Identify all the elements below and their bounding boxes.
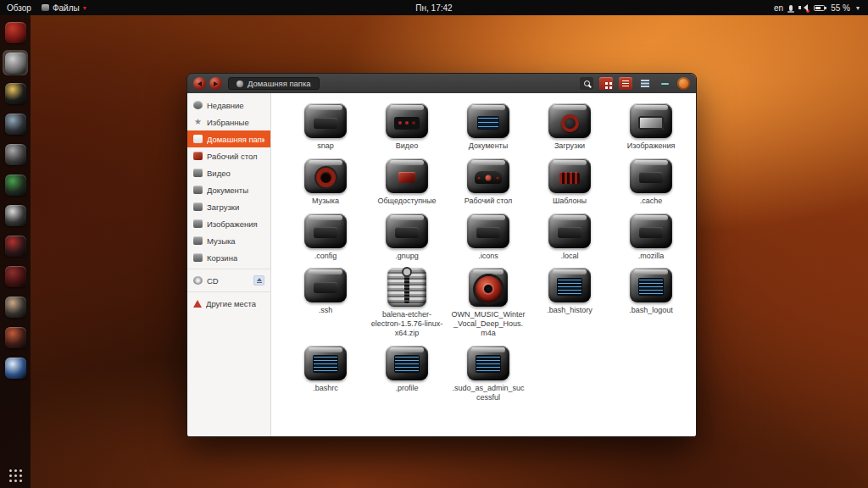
sidebar-item-disc[interactable]: CD: [187, 272, 270, 289]
sidebar-item-label: Музыка: [207, 236, 236, 246]
dock-icon-image-viewer[interactable]: [3, 141, 28, 167]
sidebar-devices-group: CD: [187, 272, 270, 289]
videos-icon: [193, 169, 203, 177]
clock[interactable]: Пн, 17:42: [415, 3, 452, 13]
file-icon-glyph: [561, 114, 579, 132]
file-label: .profile: [395, 384, 418, 393]
system-menu-caret[interactable]: ▾: [856, 4, 860, 12]
sidebar-item-desktop[interactable]: Рабочий стол: [187, 147, 270, 164]
file-item-.mozilla[interactable]: .mozilla: [610, 214, 692, 261]
file-label: .gnupg: [395, 252, 419, 261]
file-item-Рабочий стол[interactable]: Рабочий стол: [448, 158, 529, 206]
sidebar-item-trash[interactable]: Корзина: [187, 249, 270, 266]
grid-view-icon: [605, 82, 608, 85]
dock-app-icon: [5, 175, 26, 196]
volume-icon[interactable]: [798, 4, 808, 12]
file-item-OWN_MUSIC_Winter_Vocal_Deep_Hous.m4a[interactable]: OWN_MUSIC_Winter_Vocal_Deep_Hous.m4a: [448, 268, 529, 337]
file-icon-glyph: [314, 227, 337, 238]
dock-app-icon: [5, 83, 26, 104]
view-options-button[interactable]: [619, 77, 632, 90]
sidebar-item-videos[interactable]: Видео: [187, 164, 270, 181]
dock-app-icon: [5, 327, 26, 348]
file-item-.local[interactable]: .local: [529, 214, 610, 261]
minimize-icon: [661, 83, 669, 85]
keyboard-indicator[interactable]: en: [774, 3, 783, 13]
eject-button[interactable]: [253, 275, 264, 286]
file-icon-glyph: [476, 227, 500, 238]
downloads-icon: [193, 202, 203, 211]
search-button[interactable]: [580, 77, 593, 90]
file-item-Общедоступные[interactable]: Общедоступные: [366, 158, 448, 206]
file-icon: [630, 158, 672, 193]
file-item-Документы[interactable]: Документы: [448, 103, 529, 151]
file-item-Музыка[interactable]: Музыка: [285, 158, 366, 206]
file-item-Шаблоны[interactable]: Шаблоны: [529, 158, 610, 206]
view-grid-button[interactable]: [599, 77, 613, 90]
dock-icon-camera[interactable]: [3, 324, 28, 350]
file-item-.cache[interactable]: .cache: [610, 158, 692, 206]
file-item-.bash_logout[interactable]: .bash_logout: [610, 268, 692, 315]
path-bar[interactable]: Домашняя папка: [228, 77, 320, 90]
show-applications-button[interactable]: [8, 469, 23, 483]
file-item-Видео[interactable]: Видео: [366, 103, 448, 151]
file-item-Загрузки[interactable]: Загрузки: [529, 103, 610, 151]
file-item-.ssh[interactable]: .ssh: [285, 268, 366, 315]
file-item-balena-etcher-electron-1.5.76-linux-x64.zip[interactable]: balena-etcher-electron-1.5.76-linux-x64.…: [366, 268, 448, 337]
dock-icon-browser[interactable]: [3, 19, 28, 45]
menu-button[interactable]: [638, 77, 652, 90]
file-icon: [548, 214, 591, 248]
file-icon: [548, 268, 591, 302]
file-item-snap[interactable]: snap: [285, 103, 366, 151]
file-item-Изображения[interactable]: Изображения: [610, 103, 692, 151]
app-menu[interactable]: Файлы ▾: [42, 3, 86, 13]
file-label: Видео: [396, 141, 418, 151]
battery-percent: 55 %: [831, 3, 850, 13]
file-icon: [386, 158, 428, 193]
file-icon-glyph: [313, 355, 338, 373]
sidebar-item-pictures[interactable]: Изображения: [187, 215, 270, 232]
file-browser-area: snap Видео Документы Загрузки Изображени…: [271, 93, 696, 436]
file-item-.gnupg[interactable]: .gnupg: [366, 214, 448, 261]
dock-icon-gimp[interactable]: [3, 263, 28, 289]
dock-icon-terminal[interactable]: [3, 111, 28, 136]
file-icon: [467, 346, 509, 380]
file-item-.bashrc[interactable]: .bashrc: [285, 346, 366, 393]
disc-icon: [193, 276, 203, 285]
minimize-button[interactable]: [658, 77, 671, 90]
file-item-.sudo_as_admin_successful[interactable]: .sudo_as_admin_successful: [448, 346, 529, 402]
file-icon: [548, 158, 591, 193]
sidebar-item-documents[interactable]: Документы: [187, 181, 270, 198]
sidebar-item-star[interactable]: ★ Избранные: [187, 114, 270, 130]
file-item-.icons[interactable]: .icons: [448, 214, 529, 261]
file-icon: [630, 214, 672, 248]
file-icon-glyph: [316, 168, 336, 187]
sidebar-separator: [187, 291, 270, 292]
dock-icon-tasks[interactable]: [3, 355, 28, 380]
search-icon: [584, 80, 590, 86]
sidebar-item-other[interactable]: Другие места: [187, 295, 270, 312]
activities-button[interactable]: Обзор: [7, 3, 31, 13]
file-item-.config[interactable]: .config: [285, 214, 366, 261]
forward-button[interactable]: [209, 77, 222, 90]
close-button[interactable]: [677, 77, 690, 90]
dock-icon-files[interactable]: [3, 50, 28, 75]
app-menu-caret: ▾: [83, 4, 86, 12]
sidebar-item-downloads[interactable]: Загрузки: [187, 198, 270, 215]
dock-icon-media-player[interactable]: [3, 80, 28, 106]
file-icon: [304, 268, 347, 302]
documents-icon: [193, 186, 203, 194]
sidebar-item-home[interactable]: Домашняя папка: [187, 130, 270, 147]
file-label: .icons: [478, 252, 498, 261]
file-item-.bash_history[interactable]: .bash_history: [529, 268, 610, 315]
dock-icon-text-editor[interactable]: [3, 202, 28, 228]
file-icon-glyph: [476, 355, 501, 373]
dock-icon-photos[interactable]: [3, 294, 28, 319]
sidebar-item-recent[interactable]: Недавние: [187, 97, 270, 114]
dock-icon-chat[interactable]: [3, 172, 28, 197]
back-button[interactable]: [193, 77, 206, 90]
file-icon: [304, 346, 347, 380]
dock-icon-music-app[interactable]: [3, 233, 28, 258]
sidebar-item-music[interactable]: Музыка: [187, 232, 270, 249]
file-icon: [467, 214, 509, 248]
file-item-.profile[interactable]: .profile: [366, 346, 448, 393]
